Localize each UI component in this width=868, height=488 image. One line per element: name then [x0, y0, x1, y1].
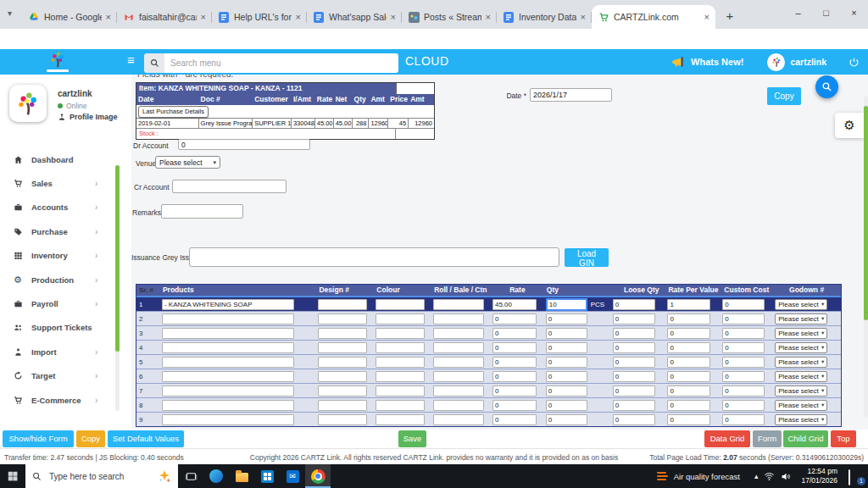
rate-per-value-input[interactable]: [667, 385, 710, 396]
browser-tab[interactable]: Inventory Data Entry M ×: [497, 5, 592, 29]
search-fab[interactable]: [815, 75, 838, 98]
custom-cost-input[interactable]: [722, 385, 765, 396]
qty-input[interactable]: [546, 400, 587, 411]
product-input[interactable]: [162, 299, 294, 310]
sidebar-item-production[interactable]: ⚙ Production ›: [0, 268, 115, 291]
task-view-button[interactable]: [178, 464, 203, 488]
taskbar-clock[interactable]: 12:54 pm 17/01/2026: [801, 467, 837, 485]
loose-qty-input[interactable]: [613, 400, 655, 411]
colour-input[interactable]: [376, 371, 425, 382]
tab-close-icon[interactable]: ×: [296, 12, 301, 22]
sidebar-item-payroll[interactable]: Payroll ›: [0, 291, 115, 315]
loose-qty-input[interactable]: [613, 357, 655, 368]
taskbar-search[interactable]: [25, 464, 178, 488]
qty-input[interactable]: [546, 342, 587, 353]
godown-select[interactable]: Please select▾: [775, 400, 827, 411]
page-scrollbar-thumb[interactable]: [864, 106, 868, 320]
roll-bale-ctn-input[interactable]: [433, 299, 484, 310]
last-purchase-details-button[interactable]: Last Purchase Details: [138, 106, 209, 118]
sidebar-item-dashboard[interactable]: Dashboard: [0, 147, 115, 171]
logout-power-icon[interactable]: [849, 57, 860, 68]
new-tab-button[interactable]: +: [719, 4, 741, 26]
custom-cost-input[interactable]: [722, 357, 765, 368]
product-input[interactable]: [162, 385, 294, 396]
design-input[interactable]: [318, 313, 367, 324]
custom-cost-input[interactable]: [722, 313, 765, 324]
sidebar-item-ecommerce[interactable]: E-Commerce ›: [0, 388, 115, 412]
roll-bale-ctn-input[interactable]: [433, 400, 484, 411]
chrome-taskbar-icon[interactable]: [305, 464, 331, 488]
microsoft-store-icon[interactable]: [254, 464, 280, 488]
rate-per-value-input[interactable]: [667, 400, 710, 411]
loose-qty-input[interactable]: [613, 371, 655, 382]
design-input[interactable]: [318, 385, 367, 396]
design-input[interactable]: [318, 400, 367, 411]
rate-per-value-input[interactable]: [667, 313, 710, 324]
remarks-input[interactable]: [161, 204, 243, 219]
loose-qty-input[interactable]: [613, 414, 655, 425]
set-default-values-button[interactable]: Set Default Values: [108, 430, 184, 447]
rate-input[interactable]: [492, 313, 537, 324]
notification-center-icon[interactable]: 1: [849, 470, 863, 483]
search-icon[interactable]: [144, 53, 164, 73]
top-button[interactable]: Top: [831, 430, 856, 447]
save-button[interactable]: Save: [398, 430, 426, 447]
dr-account-input[interactable]: [178, 139, 310, 150]
loose-qty-input[interactable]: [613, 299, 655, 310]
godown-select[interactable]: Please select▾: [775, 385, 827, 396]
colour-input[interactable]: [376, 385, 425, 396]
start-button[interactable]: [0, 464, 25, 488]
sidebar-item-purchase[interactable]: Purchase ›: [0, 219, 115, 243]
custom-cost-input[interactable]: [722, 299, 765, 310]
colour-input[interactable]: [376, 357, 425, 368]
tab-close-icon[interactable]: ×: [106, 12, 111, 22]
colour-input[interactable]: [376, 328, 425, 339]
whats-new-link[interactable]: Whats New!: [691, 57, 743, 67]
tab-search-icon[interactable]: ▾: [8, 8, 12, 18]
roll-bale-ctn-input[interactable]: [433, 414, 484, 425]
custom-cost-input[interactable]: [722, 328, 765, 339]
loose-qty-input[interactable]: [613, 342, 655, 353]
loose-qty-input[interactable]: [613, 328, 655, 339]
godown-select[interactable]: Please select▾: [775, 414, 827, 425]
product-input[interactable]: [162, 328, 294, 339]
megaphone-icon[interactable]: [670, 55, 686, 69]
product-input[interactable]: [162, 313, 294, 324]
roll-bale-ctn-input[interactable]: [433, 357, 484, 368]
rate-per-value-input[interactable]: [667, 328, 710, 339]
tab-close-icon[interactable]: ×: [201, 12, 206, 22]
hamburger-menu-icon[interactable]: ≡: [127, 53, 135, 67]
sidebar-item-target[interactable]: Target ›: [0, 364, 115, 388]
custom-cost-input[interactable]: [722, 414, 765, 425]
sidebar-item-support-tickets[interactable]: Support Tickets: [0, 316, 115, 340]
venue-select[interactable]: Please select ▾: [155, 156, 220, 169]
godown-select[interactable]: Please select▾: [775, 313, 827, 324]
app-logo[interactable]: [46, 50, 70, 74]
user-avatar[interactable]: [767, 53, 785, 71]
colour-input[interactable]: [376, 299, 425, 310]
profile-image-upload[interactable]: Profile Image: [58, 113, 118, 121]
tab-close-icon[interactable]: ×: [391, 12, 396, 22]
design-input[interactable]: [318, 414, 367, 425]
godown-select[interactable]: Please select▾: [775, 371, 827, 382]
design-input[interactable]: [318, 357, 367, 368]
copy-button[interactable]: Copy: [767, 87, 801, 105]
rate-per-value-input[interactable]: [667, 414, 710, 425]
product-input[interactable]: [162, 342, 294, 353]
godown-select[interactable]: Please select▾: [775, 342, 827, 353]
restore-button[interactable]: □: [812, 0, 840, 25]
rate-input[interactable]: [492, 328, 537, 339]
issuance-grey-issue-input[interactable]: [189, 247, 559, 267]
minimize-button[interactable]: –: [784, 0, 812, 25]
custom-cost-input[interactable]: [722, 342, 765, 353]
custom-cost-input[interactable]: [722, 400, 765, 411]
settings-gear-button[interactable]: ⚙: [835, 113, 864, 138]
custom-cost-input[interactable]: [722, 371, 765, 382]
godown-select[interactable]: Please select▾: [775, 328, 827, 339]
design-input[interactable]: [318, 299, 367, 310]
qty-input[interactable]: [546, 371, 587, 382]
rate-input[interactable]: [492, 400, 537, 411]
copy-form-button[interactable]: Copy: [76, 430, 105, 447]
colour-input[interactable]: [376, 414, 425, 425]
date-input[interactable]: [530, 88, 612, 102]
